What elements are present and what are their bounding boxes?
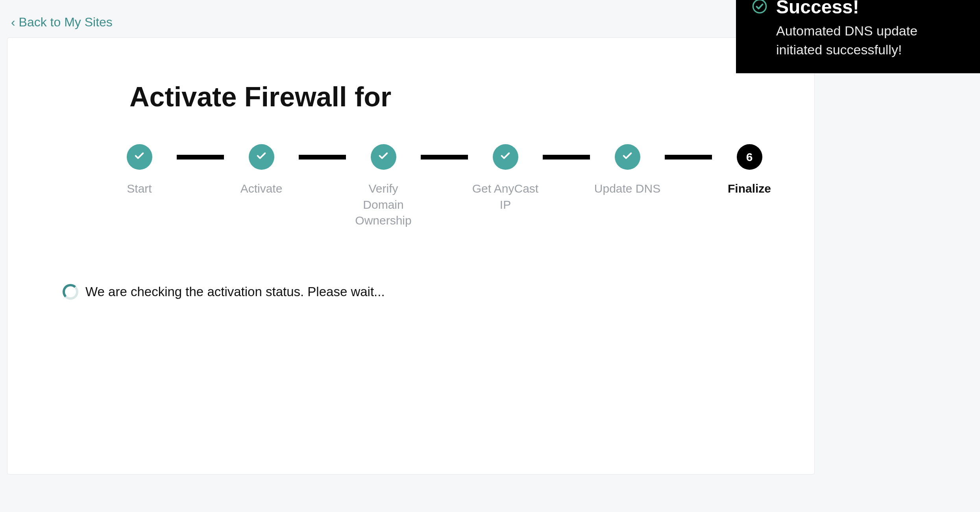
toast-title: Success!: [776, 0, 967, 18]
stepper: Start Activate Verify Domain Ownership: [106, 144, 716, 229]
check-icon: [377, 149, 390, 165]
toast-body: Success! Automated DNS update initiated …: [776, 0, 967, 59]
step-start-label: Start: [127, 181, 152, 197]
toast-message: Automated DNS update initiated successfu…: [776, 22, 967, 59]
success-check-icon: [752, 0, 767, 16]
step-update-dns-circle: [615, 144, 640, 170]
step-start: Start: [106, 144, 173, 197]
step-finalize-label: Finalize: [728, 181, 771, 197]
activation-status-text: We are checking the activation status. P…: [85, 284, 385, 299]
step-update-dns-label: Update DNS: [594, 181, 660, 197]
stepper-connector: [421, 155, 468, 160]
step-finalize-circle: 6: [737, 144, 762, 170]
check-icon: [621, 149, 634, 165]
check-icon: [255, 149, 268, 165]
step-finalize-number: 6: [746, 150, 753, 164]
activation-status-row: We are checking the activation status. P…: [63, 284, 759, 300]
check-icon: [133, 149, 146, 165]
stepper-connector: [177, 155, 224, 160]
stepper-connector: [299, 155, 346, 160]
back-to-sites-link[interactable]: ‹ Back to My Sites: [11, 15, 113, 30]
step-verify-domain-label: Verify Domain Ownership: [350, 181, 417, 229]
success-toast: Success! Automated DNS update initiated …: [736, 0, 980, 73]
step-start-circle: [127, 144, 152, 170]
step-activate-circle: [249, 144, 274, 170]
page-title: Activate Firewall for: [129, 81, 759, 113]
step-get-anycast-circle: [493, 144, 518, 170]
check-icon: [499, 149, 512, 165]
spinner-icon: [63, 284, 78, 300]
step-activate-label: Activate: [240, 181, 283, 197]
step-verify-domain: Verify Domain Ownership: [350, 144, 417, 229]
stepper-connector: [665, 155, 712, 160]
step-get-anycast: Get AnyCast IP: [472, 144, 539, 213]
firewall-activate-card: Activate Firewall for Start Activate: [7, 37, 815, 475]
step-finalize: 6 Finalize: [716, 144, 783, 197]
step-get-anycast-label: Get AnyCast IP: [472, 181, 539, 213]
step-update-dns: Update DNS: [594, 144, 661, 197]
stepper-connector: [543, 155, 590, 160]
step-verify-domain-circle: [371, 144, 396, 170]
step-activate: Activate: [228, 144, 295, 197]
